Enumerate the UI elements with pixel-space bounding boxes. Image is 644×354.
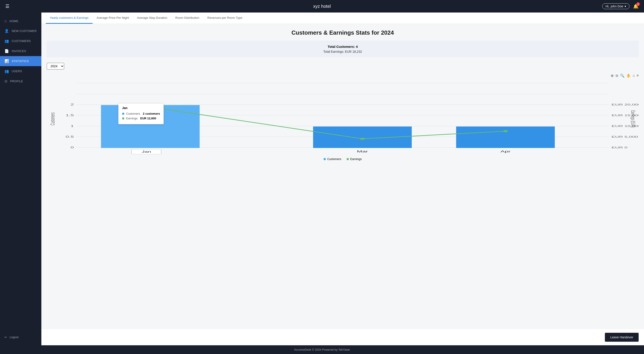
svg-text:0: 0 <box>71 146 74 149</box>
sidebar-item-profile-label: PROFILE <box>10 79 23 83</box>
chevron-down-icon: ▾ <box>624 4 626 8</box>
tab-revenues[interactable]: Revenues per Room Type <box>203 12 246 24</box>
notification-button[interactable]: 🔔 2 <box>633 3 639 9</box>
legend-earnings: Earnings <box>346 157 362 161</box>
greeting-text: Hi, <box>606 4 609 8</box>
users-icon: 👥 <box>4 69 9 73</box>
svg-text:2: 2 <box>71 103 74 106</box>
pan-icon[interactable]: ✋ <box>626 73 631 78</box>
legend-customers-label: Customers <box>327 157 341 161</box>
tab-revenues-label: Revenues per Room Type <box>207 16 242 19</box>
tab-room-dist-label: Room Distribution <box>175 16 199 19</box>
user-button[interactable]: Hi, john Doe ▾ <box>602 3 630 9</box>
statistics-icon: 📊 <box>4 59 9 63</box>
x-label-apr: Apr <box>500 150 510 153</box>
jan-marker-label: Jan <box>142 150 151 153</box>
footer: AccomoDesk © 2024 Powered by TekYawe <box>0 345 644 354</box>
invoices-icon: 📄 <box>4 49 9 53</box>
tab-avg-stay[interactable]: Average Stay Duration <box>133 12 171 24</box>
svg-text:EUR 5,000: EUR 5,000 <box>612 135 638 138</box>
logout-icon: ⇐ <box>4 336 7 339</box>
user-name: john Doe <box>611 4 623 8</box>
right-area: Hi, john Doe ▾ 🔔 2 <box>602 3 639 9</box>
tab-room-dist[interactable]: Room Distribution <box>171 12 203 24</box>
leave-handover-wrap: Leave Handover <box>41 329 644 345</box>
sidebar-item-users[interactable]: 👥 USERS <box>0 66 41 76</box>
chart-wrap: 0 0.5 1 1.5 2 EUR 0 EUR 5,000 EUR 10,000… <box>47 79 639 155</box>
leave-handover-button[interactable]: Leave Handover <box>605 333 639 342</box>
zoom-in-icon[interactable]: ⊕ <box>611 73 614 78</box>
total-customers-label: Total Customers: <box>328 45 356 48</box>
earnings-dot-mar <box>360 138 365 140</box>
customers-icon: 👥 <box>4 39 9 43</box>
svg-text:EUR 20,000: EUR 20,000 <box>612 103 639 106</box>
svg-text:EUR 0: EUR 0 <box>612 146 628 149</box>
sidebar-item-profile[interactable]: ⊙ PROFILE <box>0 76 41 86</box>
footer-text: AccomoDesk © 2024 Powered by TekYawe <box>294 348 350 351</box>
svg-text:1: 1 <box>71 124 74 127</box>
svg-text:0.5: 0.5 <box>66 135 74 138</box>
sidebar-item-users-label: USERS <box>12 69 22 73</box>
earnings-dot-jan <box>147 106 153 108</box>
legend-earnings-dot <box>346 158 349 160</box>
zoom-out-icon[interactable]: ⊖ <box>616 73 618 78</box>
sidebar-item-invoices-label: INVOICES <box>12 49 26 53</box>
svg-text:Customers: Customers <box>49 112 56 125</box>
year-select[interactable]: 2022 2023 2024 <box>47 63 64 69</box>
page-content: Customers & Earnings Stats for 2024 Tota… <box>41 24 644 329</box>
tab-avg-stay-label: Average Stay Duration <box>137 16 167 19</box>
sidebar-item-invoices[interactable]: 📄 INVOICES <box>0 46 41 56</box>
year-select-wrap: 2022 2023 2024 <box>47 63 639 69</box>
x-label-mar: Mar <box>357 150 368 153</box>
chart-container: ⊕ ⊖ 🔍 ✋ ⌂ ≡ <box>47 73 639 161</box>
tab-yearly-label: Yearly customers & Earnings <box>50 16 88 19</box>
svg-text:1.5: 1.5 <box>66 114 74 117</box>
chart-legend: Customers Earnings <box>47 157 639 161</box>
menu-chart-icon[interactable]: ≡ <box>636 73 639 78</box>
legend-customers-dot <box>324 158 326 160</box>
svg-text:Earnings (EUR): Earnings (EUR) <box>630 110 636 128</box>
sidebar-item-home[interactable]: ⌂ Home <box>0 16 41 26</box>
tab-avg-price[interactable]: Average Price Per Night <box>92 12 133 24</box>
sidebar-item-home-label: Home <box>10 19 18 23</box>
tabs-bar: Yearly customers & Earnings Average Pric… <box>41 12 644 24</box>
legend-customers: Customers <box>324 157 341 161</box>
page-title: Customers & Earnings Stats for 2024 <box>47 29 639 36</box>
app-title: xyz hotel <box>313 4 331 9</box>
main-layout: ⌂ Home 👤 NEW CUSTOMER 👥 CUSTOMERS 📄 INVO… <box>0 12 644 345</box>
sidebar-item-customers[interactable]: 👥 CUSTOMERS <box>0 36 41 46</box>
sidebar-item-customers-label: CUSTOMERS <box>12 39 31 43</box>
home-icon: ⌂ <box>4 19 7 23</box>
sidebar: ⌂ Home 👤 NEW CUSTOMER 👥 CUSTOMERS 📄 INVO… <box>0 12 41 345</box>
stats-box: Total Customers: 4 Total Earnings: EUR 1… <box>47 41 639 57</box>
earnings-dot-apr <box>503 130 508 132</box>
chart-svg: 0 0.5 1 1.5 2 EUR 0 EUR 5,000 EUR 10,000… <box>47 79 639 155</box>
magnify-icon[interactable]: 🔍 <box>620 73 624 78</box>
tab-yearly[interactable]: Yearly customers & Earnings <box>46 12 92 24</box>
total-earnings: Total Earnings: EUR 18,232 <box>51 50 634 53</box>
tab-avg-price-label: Average Price Per Night <box>96 16 129 19</box>
notification-badge: 2 <box>636 2 640 6</box>
bar-apr <box>456 126 555 148</box>
bar-jan <box>101 105 200 148</box>
sidebar-item-statistics-label: STATISTICS <box>12 59 28 63</box>
sidebar-item-new-customer-label: NEW CUSTOMER <box>12 29 37 33</box>
sidebar-item-new-customer[interactable]: 👤 NEW CUSTOMER <box>0 26 41 36</box>
chart-toolbar: ⊕ ⊖ 🔍 ✋ ⌂ ≡ <box>47 73 639 78</box>
logout-label: Logout <box>10 336 18 339</box>
profile-icon: ⊙ <box>4 79 8 83</box>
legend-earnings-label: Earnings <box>350 157 362 161</box>
total-customers: Total Customers: 4 <box>51 45 634 48</box>
logout-button[interactable]: ⇐ Logout <box>0 333 41 342</box>
total-customers-value: 4 <box>356 45 358 48</box>
sidebar-item-statistics[interactable]: 📊 STATISTICS <box>0 56 41 66</box>
home-reset-icon[interactable]: ⌂ <box>632 73 635 78</box>
top-nav: ☰ xyz hotel Hi, john Doe ▾ 🔔 2 <box>0 0 644 12</box>
main-content: Yearly customers & Earnings Average Pric… <box>41 12 644 345</box>
menu-icon[interactable]: ☰ <box>5 3 10 9</box>
new-customer-icon: 👤 <box>4 29 9 33</box>
